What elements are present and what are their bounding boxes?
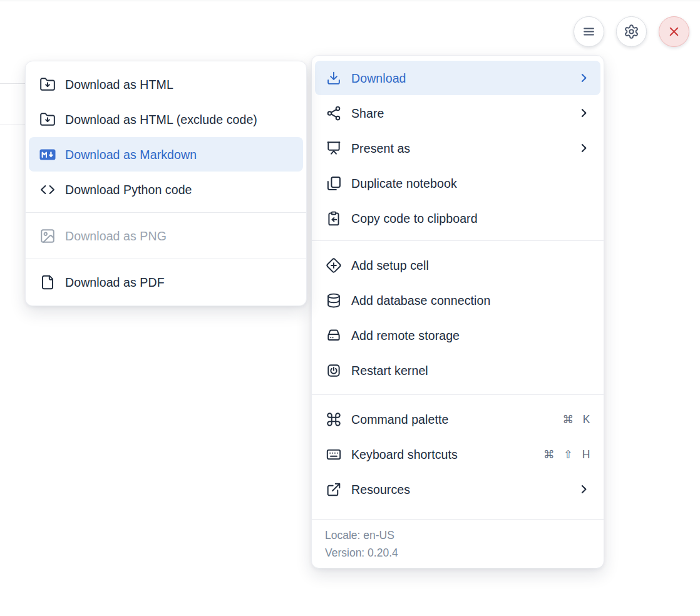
menu-item-label: Add remote storage xyxy=(351,328,581,343)
duplicate-icon xyxy=(326,175,342,192)
menu-item-label: Keyboard shortcuts xyxy=(351,447,534,462)
share-icon xyxy=(326,105,342,121)
menu-section: Download as PNG xyxy=(26,213,306,259)
menu-section: Command palette ⌘ K Keyboard shortcuts ⌘… xyxy=(312,395,604,513)
close-button[interactable] xyxy=(659,16,689,47)
menu-item-download-as-html[interactable]: Download as HTML xyxy=(29,67,303,101)
menu-section: Download Share Present as Duplicate note… xyxy=(312,56,604,240)
version-text: Version: 0.20.4 xyxy=(325,544,590,562)
menu-section: Download as HTML Download as HTML (exclu… xyxy=(26,61,306,212)
storage-icon xyxy=(326,327,342,344)
menu-item-add-remote-storage[interactable]: Add remote storage xyxy=(315,318,600,352)
menu-item-download-python-code[interactable]: Download Python code xyxy=(29,172,303,207)
menu-item-add-database-connection[interactable]: Add database connection xyxy=(315,283,600,317)
menu-item-label: Download as PNG xyxy=(65,228,284,244)
chevron-right-icon xyxy=(577,106,590,120)
menu-button[interactable] xyxy=(574,16,604,47)
code-icon xyxy=(39,182,56,198)
menu-item-label: Restart kernel xyxy=(351,363,581,378)
menu-item-restart-kernel[interactable]: Restart kernel xyxy=(315,353,600,388)
menu-section: Download as PDF xyxy=(26,259,306,305)
menu-item-add-setup-cell[interactable]: Add setup cell xyxy=(315,248,600,282)
settings-button[interactable] xyxy=(616,16,647,47)
keyboard-icon xyxy=(326,446,342,463)
menu-item-label: Download xyxy=(351,71,568,86)
external-link-icon xyxy=(326,481,342,498)
menu-item-label: Download as Markdown xyxy=(65,147,284,162)
menu-item-copy-code-to-clipboard[interactable]: Copy code to clipboard xyxy=(315,201,600,235)
folder-download-icon xyxy=(39,111,56,128)
close-icon xyxy=(666,24,682,39)
menu-item-command-palette[interactable]: Command palette ⌘ K xyxy=(315,402,600,436)
presentation-icon xyxy=(326,140,342,157)
menu-item-present-as[interactable]: Present as xyxy=(315,131,600,165)
menu-item-download-as-html-exclude-code[interactable]: Download as HTML (exclude code) xyxy=(29,102,303,136)
menu-sections: Download Share Present as Duplicate note… xyxy=(312,56,604,519)
menu-section: Add setup cell Add database connection A… xyxy=(312,241,604,394)
menu-item-download-as-markdown[interactable]: Download as Markdown xyxy=(29,137,303,172)
top-divider xyxy=(0,1,700,1)
menu-item-duplicate-notebook[interactable]: Duplicate notebook xyxy=(315,166,600,200)
menu-footer: Locale: en-US Version: 0.20.4 xyxy=(312,520,604,568)
menu-item-label: Share xyxy=(351,106,568,121)
power-icon xyxy=(326,362,342,379)
download-icon xyxy=(326,70,342,86)
hamburger-icon xyxy=(581,24,597,39)
download-submenu: Download as HTML Download as HTML (exclu… xyxy=(25,61,307,306)
folder-download-icon xyxy=(39,76,56,93)
menu-item-keyboard-shortcuts[interactable]: Keyboard shortcuts ⌘ ⇧ H xyxy=(315,437,600,471)
menu-item-label: Download Python code xyxy=(65,182,284,197)
menu-item-download[interactable]: Download xyxy=(315,61,600,95)
locale-text: Locale: en-US xyxy=(325,526,590,544)
menu-item-download-as-pdf[interactable]: Download as PDF xyxy=(29,265,303,299)
background-row-divider xyxy=(0,125,25,125)
menu-item-download-as-png: Download as PNG xyxy=(29,218,303,253)
menu-item-label: Download as HTML xyxy=(65,77,284,92)
command-icon xyxy=(326,411,342,428)
shortcut-hint: ⌘ ⇧ H xyxy=(543,448,590,461)
clipboard-arrow-icon xyxy=(326,210,342,227)
menu-item-label: Copy code to clipboard xyxy=(351,211,581,226)
markdown-download-icon xyxy=(39,146,56,163)
menu-item-label: Add setup cell xyxy=(351,258,581,273)
database-icon xyxy=(326,292,342,309)
image-icon xyxy=(39,228,56,244)
chevron-right-icon xyxy=(577,483,590,496)
menu-item-label: Download as HTML (exclude code) xyxy=(65,112,284,127)
menu-item-label: Resources xyxy=(351,482,568,497)
background-row-divider xyxy=(0,83,25,84)
gear-icon xyxy=(624,24,639,39)
menu-item-label: Download as PDF xyxy=(65,275,284,290)
menu-item-share[interactable]: Share xyxy=(315,96,600,130)
menu-item-label: Duplicate notebook xyxy=(351,176,581,191)
shortcut-hint: ⌘ K xyxy=(562,413,590,426)
notebook-actions-menu: Download Share Present as Duplicate note… xyxy=(311,55,604,568)
diamond-plus-icon xyxy=(326,257,342,274)
window-toolbar xyxy=(574,16,689,47)
file-icon xyxy=(39,274,56,290)
chevron-right-icon xyxy=(577,141,590,155)
menu-item-resources[interactable]: Resources xyxy=(315,472,600,506)
menu-item-label: Command palette xyxy=(351,412,553,427)
menu-item-label: Add database connection xyxy=(351,293,581,308)
menu-item-label: Present as xyxy=(351,141,568,156)
chevron-right-icon xyxy=(577,71,590,85)
